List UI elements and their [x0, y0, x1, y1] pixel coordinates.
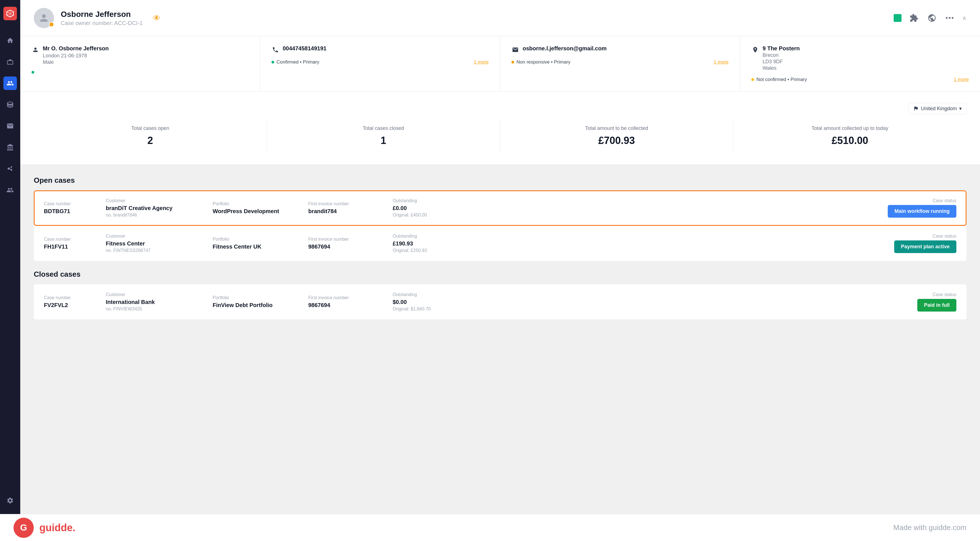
- outstanding-value: £190.93: [393, 240, 471, 247]
- info-card-email: osborne.l.jefferson@gmail.com Non respon…: [500, 36, 740, 91]
- person-icon: [32, 46, 40, 54]
- location-icon: [751, 46, 759, 54]
- sidebar-bottom: [3, 494, 17, 507]
- customer-value: International Bank: [106, 299, 213, 305]
- stat-amount-collect-label: Total amount to be collected: [507, 125, 726, 131]
- case-status-label: Case status: [933, 198, 956, 203]
- portfolio-cell: Portfolio Fitness Center UK: [213, 237, 308, 250]
- outstanding-value: $0.00: [393, 299, 471, 305]
- email-info: osborne.l.jefferson@gmail.com: [511, 45, 729, 54]
- original-value: Original: £250.93: [393, 248, 471, 253]
- email-more-link[interactable]: 1 more: [714, 59, 729, 65]
- invoice-value: 9867694: [308, 302, 393, 308]
- original-value: Original: $1,660.70: [393, 306, 471, 311]
- email-status: Non responsive • Primary 1 more: [511, 59, 729, 65]
- invoice-cell: First invoice number brandit784: [308, 201, 393, 214]
- country-selector[interactable]: United Kingdom ▾: [908, 103, 967, 114]
- stat-cases-open-value: 2: [40, 135, 260, 146]
- stat-cases-open: Total cases open 2: [34, 119, 267, 153]
- portfolio-cell: Portfolio WordPress Development: [213, 201, 308, 214]
- footer-avatar: G: [13, 518, 34, 538]
- footer-tagline: Made with guidde.com: [893, 523, 967, 532]
- sidebar-item-mail[interactable]: [3, 119, 17, 133]
- address-more-link[interactable]: 1 more: [954, 77, 969, 82]
- address-status-dot: [751, 78, 754, 81]
- invoice-label: First invoice number: [308, 201, 393, 206]
- portfolio-value: Fitness Center UK: [213, 243, 308, 250]
- sidebar: [0, 0, 20, 514]
- cases-section: Open cases Case number BDTBG71 Customer …: [20, 165, 980, 541]
- table-row: Case number FV2FVL2 Customer Internation…: [34, 284, 967, 319]
- payment-plan-button[interactable]: Payment plan active: [894, 240, 956, 253]
- stat-amount-collect: Total amount to be collected £700.93: [500, 119, 733, 153]
- country-label: United Kingdom: [921, 106, 957, 112]
- sidebar-item-git[interactable]: [3, 162, 17, 176]
- customer-label: Customer: [106, 292, 213, 297]
- sidebar-item-briefcase[interactable]: [3, 55, 17, 68]
- avatar: ♂: [34, 8, 54, 28]
- email-address: osborne.l.jefferson@gmail.com: [523, 45, 606, 52]
- customer-value: branDiT Creative Agency: [106, 205, 213, 211]
- outstanding-cell: Outstanding $0.00 Original: $1,660.70: [393, 292, 471, 311]
- case-number-value: FH1FV11: [44, 243, 106, 250]
- stat-amount-collect-value: £700.93: [507, 135, 726, 146]
- invoice-cell: First invoice number 9867694: [308, 295, 393, 308]
- original-value: Original: £450.00: [393, 213, 471, 217]
- customer-no: no. brandit7846: [106, 213, 213, 217]
- stat-cases-open-label: Total cases open: [40, 125, 260, 131]
- customer-label: Customer: [106, 198, 213, 203]
- case-number-label: Case number: [44, 201, 106, 206]
- case-number-value: BDTBG71: [44, 208, 106, 214]
- sidebar-nav: [3, 34, 17, 197]
- header-info: Osborne Jefferson Case owner number: ACC…: [61, 10, 143, 27]
- invoice-cell: First invoice number 9867694: [308, 237, 393, 250]
- sidebar-item-bank[interactable]: [3, 141, 17, 154]
- phone-icon: [272, 46, 279, 54]
- footer: G guidde. Made with guidde.com: [0, 514, 980, 541]
- open-cases-title: Open cases: [34, 176, 967, 185]
- invoice-label: First invoice number: [308, 237, 393, 242]
- invoice-label: First invoice number: [308, 295, 393, 300]
- table-row: Case number BDTBG71 Customer branDiT Cre…: [34, 190, 967, 226]
- address-status: Not confirmed • Primary 1 more: [751, 77, 969, 82]
- portfolio-label: Portfolio: [213, 237, 308, 242]
- invoice-value: 9867694: [308, 243, 393, 250]
- customer-no: no. FINVIEW3425: [106, 306, 213, 311]
- green-square-indicator: [894, 14, 902, 22]
- sidebar-item-contacts[interactable]: [3, 76, 17, 90]
- person-info: Mr O. Osborne Jefferson London 21-06-197…: [32, 45, 249, 65]
- case-status-label: Case status: [933, 234, 956, 239]
- main-workflow-button[interactable]: Main workflow running: [888, 205, 956, 217]
- paid-in-full-button[interactable]: Paid in full: [917, 299, 956, 311]
- phone-more-link[interactable]: 1 more: [474, 59, 488, 65]
- address-info: 9 The Postern Brecon LD3 9DF Wales: [751, 45, 969, 71]
- case-status-label: Case status: [933, 292, 956, 297]
- outstanding-label: Outstanding: [393, 292, 471, 297]
- closed-cases-table: Case number FV2FVL2 Customer Internation…: [34, 284, 967, 319]
- phone-number: 00447458149191: [283, 45, 326, 52]
- customer-value: Fitness Center: [106, 240, 213, 247]
- stat-amount-collected-label: Total amount collected up to today: [740, 125, 960, 131]
- page-header: ♂ Osborne Jefferson Case owner number: A…: [20, 0, 980, 36]
- customer-no: no. FINTNESS266747: [106, 248, 213, 253]
- email-icon: [511, 46, 519, 54]
- more-options-icon[interactable]: •••: [944, 13, 956, 24]
- address-line3: LD3 9DF: [762, 59, 800, 65]
- globe-icon[interactable]: [926, 13, 937, 24]
- info-card-person: Mr O. Osborne Jefferson London 21-06-197…: [20, 36, 260, 91]
- customer-label: Customer: [106, 234, 213, 239]
- phone-status: Confirmed • Primary 1 more: [272, 59, 488, 65]
- sidebar-logo[interactable]: [3, 7, 17, 20]
- sidebar-item-team[interactable]: [3, 183, 17, 197]
- outstanding-cell: Outstanding £190.93 Original: £250.93: [393, 234, 471, 253]
- sidebar-item-database[interactable]: [3, 98, 17, 111]
- case-number-cell: Case number BDTBG71: [44, 201, 106, 214]
- sidebar-item-home[interactable]: [3, 34, 17, 47]
- sidebar-item-settings[interactable]: [3, 494, 17, 507]
- info-card-address: 9 The Postern Brecon LD3 9DF Wales Not c…: [740, 36, 980, 91]
- collapse-icon[interactable]: ∧: [962, 14, 967, 21]
- eye-icon[interactable]: 👁: [153, 14, 161, 23]
- outstanding-cell: Outstanding £0.00 Original: £450.00: [393, 198, 471, 217]
- puzzle-icon[interactable]: [908, 13, 920, 24]
- header-right: ••• ∧: [894, 13, 967, 24]
